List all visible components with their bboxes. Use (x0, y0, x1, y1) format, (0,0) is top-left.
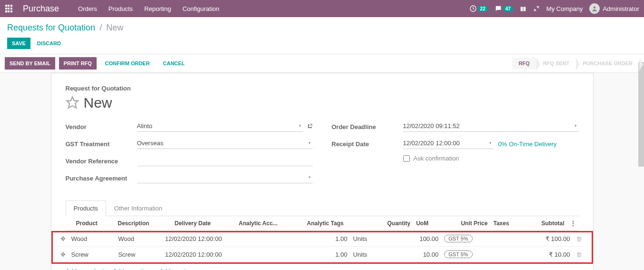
cell-unit-price[interactable]: 10.00 (391, 247, 441, 262)
cell-subtotal: ₹ 100.00 (511, 231, 573, 247)
user-menu[interactable]: Administrator (589, 3, 639, 14)
cell-taxes[interactable]: GST 5% (441, 231, 511, 247)
confirm-order-button[interactable]: Confirm Order (100, 58, 155, 69)
cell-taxes[interactable]: GST 5% (441, 247, 511, 262)
label-vendor: Vendor (66, 123, 137, 130)
label-ask-confirmation: Ask confirmation (414, 155, 459, 162)
products-table: Product Description Delivery Date Analyt… (66, 216, 579, 231)
breadcrumb-current: New (106, 23, 123, 32)
vendor-field[interactable]: Alinto▾ (137, 121, 303, 132)
cell-product[interactable]: Wood (69, 231, 116, 247)
breadcrumb: Requests for Quotation / New (7, 23, 637, 33)
tools-icon[interactable] (533, 5, 540, 12)
cell-quantity[interactable]: 1.00 (314, 231, 350, 247)
add-product-link[interactable]: Add a product (66, 268, 104, 270)
form-subtitle: Request for Quotation (66, 85, 579, 92)
col-taxes: Taxes (490, 216, 523, 231)
star-icon[interactable] (66, 96, 79, 110)
add-section-link[interactable]: Add a section (113, 268, 150, 270)
scrollbar[interactable] (638, 62, 644, 167)
tab-other-information[interactable]: Other Information (106, 200, 170, 216)
tabs: Products Other Information (66, 200, 579, 216)
activity-badge: 22 (478, 6, 488, 12)
nav-orders[interactable]: Orders (78, 5, 97, 12)
order-deadline-field[interactable]: 12/02/2020 09:11:52▾ (403, 121, 579, 132)
col-uom: UoM (413, 216, 441, 231)
svg-marker-5 (67, 97, 78, 108)
nav-reporting[interactable]: Reporting (144, 5, 171, 12)
label-purchase-agreement: Purchase Agreement (66, 175, 137, 182)
trash-icon[interactable]: 🗑 (573, 247, 585, 262)
statusbar-row: Send by Email Print RFQ Confirm Order Ca… (0, 54, 644, 73)
nav-products[interactable]: Products (109, 5, 133, 12)
tab-products[interactable]: Products (66, 200, 106, 216)
cell-uom[interactable]: Units (350, 247, 391, 262)
messages-icon[interactable]: 47 (495, 5, 513, 12)
label-receipt-date: Receipt Date (332, 140, 403, 148)
label-order-deadline: Order Deadline (332, 123, 403, 130)
move-handle-icon[interactable]: ✥ (59, 247, 69, 262)
cell-uom[interactable]: Units (350, 231, 391, 247)
svg-point-4 (594, 6, 596, 9)
purchase-agreement-field[interactable]: ▾ (137, 173, 313, 183)
table-row[interactable]: ✥WoodWood12/02/2020 12:00:001.00Units100… (59, 231, 585, 247)
col-quantity: Quantity (369, 216, 413, 231)
top-navbar: Purchase Orders Products Reporting Confi… (0, 0, 644, 17)
receipt-date-field[interactable]: 12/02/2020 12:00:00▾ (403, 139, 494, 149)
col-analytic-acc: Analytic Acc... (236, 216, 304, 231)
messages-badge: 47 (503, 6, 513, 12)
user-name: Administrator (603, 5, 639, 12)
cell-analytic-tags[interactable] (302, 231, 314, 247)
col-kebab[interactable]: ⋮ (567, 216, 579, 231)
label-gst: GST Treatment (66, 140, 137, 148)
on-time-delivery-link[interactable]: 0% On-Time Delivery (498, 140, 557, 148)
cell-analytic-tags[interactable] (302, 247, 314, 262)
svg-rect-3 (523, 7, 523, 11)
send-email-button[interactable]: Send by Email (5, 57, 55, 70)
cell-product[interactable]: Screw (69, 247, 116, 262)
apps-icon[interactable] (5, 4, 13, 13)
avatar-icon (589, 3, 600, 14)
activity-icon[interactable]: 22 (469, 5, 488, 12)
col-product: Product (73, 216, 115, 231)
discard-button[interactable]: Discard (32, 38, 66, 49)
highlighted-rows: ✥WoodWood12/02/2020 12:00:001.00Units100… (51, 231, 593, 264)
trash-icon[interactable]: 🗑 (573, 231, 585, 247)
label-vendor-ref: Vendor Reference (66, 158, 137, 165)
stage-rfq[interactable]: RFQ (512, 58, 536, 69)
brand-title: Purchase (23, 4, 59, 14)
ask-confirmation-checkbox[interactable] (403, 155, 410, 162)
col-unit-price: Unit Price (441, 216, 490, 231)
vendor-ref-field[interactable] (137, 156, 313, 166)
cell-quantity[interactable]: 1.00 (314, 247, 350, 262)
col-subtotal: Subtotal (524, 216, 567, 231)
stage-purchase-order[interactable]: Purchase Order (576, 58, 639, 69)
col-description: Description (115, 216, 171, 231)
move-handle-icon[interactable]: ✥ (59, 231, 69, 247)
external-link-icon[interactable] (307, 123, 313, 130)
company-switcher[interactable]: My Company (546, 5, 583, 12)
cell-subtotal: ₹ 10.00 (511, 247, 573, 262)
cell-unit-price[interactable]: 100.00 (391, 231, 441, 247)
statusbar: RFQ RFQ Sent Purchase Order (512, 58, 639, 69)
cell-delivery-date[interactable]: 12/02/2020 12:00:00 (162, 247, 290, 262)
col-analytic-tags: Analytic Tags (304, 216, 369, 231)
cell-description[interactable]: Wood (115, 231, 162, 247)
stage-rfq-sent[interactable]: RFQ Sent (536, 58, 576, 69)
add-links: Add a product Add a section Add a note (66, 264, 579, 270)
print-rfq-button[interactable]: Print RFQ (59, 57, 97, 70)
cancel-button[interactable]: Cancel (158, 58, 189, 69)
breadcrumb-root[interactable]: Requests for Quotation (7, 23, 95, 32)
gst-field[interactable]: Overseas▾ (137, 139, 313, 149)
nav-configuration[interactable]: Configuration (182, 5, 219, 12)
table-row[interactable]: ✥ScrewScrew12/02/2020 12:00:001.00Units1… (59, 247, 585, 262)
gift-icon[interactable] (520, 5, 526, 12)
add-note-link[interactable]: Add a note (159, 268, 189, 270)
cell-description[interactable]: Screw (115, 247, 162, 262)
cell-delivery-date[interactable]: 12/02/2020 12:00:00 (162, 231, 290, 247)
form-sheet: Request for Quotation New Vendor Alinto▾… (51, 73, 594, 270)
cell-analytic-acc[interactable] (290, 247, 302, 262)
cell-analytic-acc[interactable] (290, 231, 302, 247)
col-delivery-date: Delivery Date (172, 216, 236, 231)
save-button[interactable]: Save (7, 38, 30, 49)
